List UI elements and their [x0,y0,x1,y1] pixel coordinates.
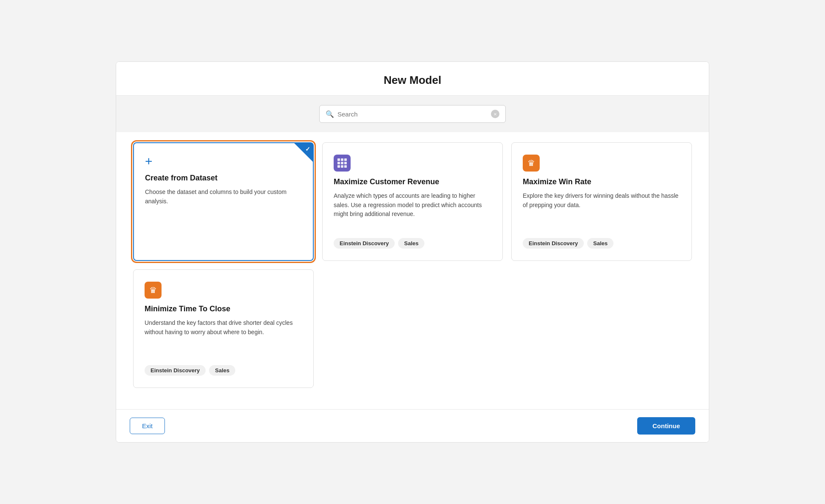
new-model-modal: New Model 🔍 × ✓ + Create from Dataset Ch… [116,61,709,443]
card-maximize-win-rate[interactable]: ♛ Maximize Win Rate Explore the key driv… [511,142,692,261]
card-minimize-time-to-close[interactable]: ♛ Minimize Time To Close Understand the … [133,269,314,388]
cards-grid: ✓ + Create from Dataset Choose the datas… [116,132,709,409]
card-description: Choose the dataset and columns to build … [145,188,302,248]
card-icon-wrapper: ♛ [145,282,302,299]
tag-einstein-discovery: Einstein Discovery [523,238,584,249]
grid-icon-box [334,155,351,172]
card-icon-wrapper [334,155,491,172]
tag-sales: Sales [209,365,235,376]
card-description: Explore the key drivers for winning deal… [523,191,680,230]
checkmark-icon: ✓ [305,146,310,152]
card-tags: Einstein Discovery Sales [523,238,680,249]
crown-icon: ♛ [527,158,535,168]
search-clear-button[interactable]: × [491,110,499,118]
card-description: Understand the key factors that drive sh… [145,318,302,357]
tag-einstein-discovery: Einstein Discovery [145,365,206,376]
search-container: 🔍 × [319,105,506,123]
crown-icon: ♛ [149,285,157,295]
plus-icon: + [145,155,302,168]
card-title: Maximize Customer Revenue [334,177,491,186]
card-maximize-customer-revenue[interactable]: Maximize Customer Revenue Analyze which … [322,142,503,261]
continue-button[interactable]: Continue [637,417,695,435]
exit-button[interactable]: Exit [130,418,165,434]
card-title: Create from Dataset [145,174,302,183]
modal-title: New Model [116,74,709,87]
search-bar-area: 🔍 × [116,96,709,132]
card-title: Maximize Win Rate [523,177,680,186]
search-icon: 🔍 [326,110,334,118]
modal-header: New Model [116,62,709,96]
card-title: Minimize Time To Close [145,305,302,313]
modal-footer: Exit Continue [116,409,709,442]
crown-icon-box: ♛ [145,282,162,299]
tag-einstein-discovery: Einstein Discovery [334,238,395,249]
card-description: Analyze which types of accounts are lead… [334,191,491,230]
card-icon-wrapper: ♛ [523,155,680,172]
search-input[interactable] [337,111,488,118]
card-tags: Einstein Discovery Sales [145,365,302,376]
card-icon-wrapper: + [145,155,302,168]
grid-icon [337,158,347,168]
card-create-from-dataset[interactable]: ✓ + Create from Dataset Choose the datas… [133,142,314,261]
card-tags: Einstein Discovery Sales [334,238,491,249]
tag-sales: Sales [587,238,613,249]
tag-sales: Sales [398,238,424,249]
crown-icon-box: ♛ [523,155,540,172]
